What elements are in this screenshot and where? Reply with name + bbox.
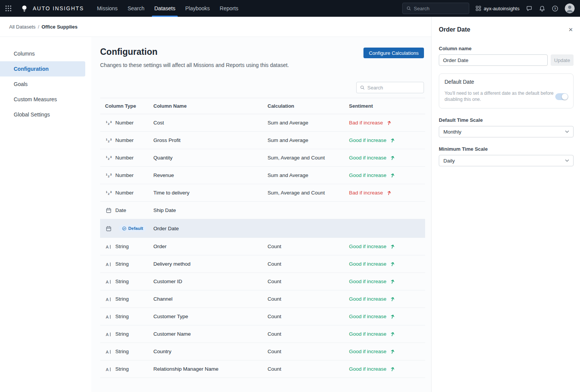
chat-icon[interactable]	[526, 5, 532, 12]
table-row[interactable]: 123	[100, 255, 425, 273]
sentiment-label: Good if increase	[349, 244, 386, 249]
column-type-label: String	[115, 366, 129, 372]
calculation-cell: Count	[268, 343, 349, 360]
column-name-cell: Customer Type	[153, 308, 268, 325]
sidebar-item-label: Custom Measures	[14, 96, 57, 102]
default-time-scale-value: Monthly	[443, 129, 461, 135]
column-name-input[interactable]	[439, 54, 548, 66]
column-type-label: Number	[115, 190, 134, 196]
nav-item[interactable]: Missions	[97, 0, 118, 17]
nav-item[interactable]: Datasets	[154, 0, 175, 17]
sidebar-item-label: Global Settings	[14, 112, 50, 118]
table-row[interactable]: 123	[100, 273, 425, 290]
minimum-time-scale-label: Minimum Time Scale	[439, 146, 574, 152]
trend-up-arrow-icon	[386, 120, 392, 126]
close-icon[interactable]: ×	[568, 25, 574, 34]
table-row[interactable]: 123	[100, 238, 425, 255]
breadcrumb-all-datasets[interactable]: All Datasets	[9, 24, 35, 30]
workspace-switcher[interactable]: ayx-autoinsights	[476, 6, 519, 11]
string-type-icon: A	[105, 261, 112, 267]
calculation-cell	[268, 219, 349, 238]
table-row[interactable]: 123	[100, 360, 425, 378]
svg-text:1: 1	[106, 173, 107, 176]
sentiment-cell: Good if increase	[349, 366, 395, 372]
breadcrumb-separator: /	[38, 24, 39, 30]
chevron-down-icon	[565, 131, 569, 133]
trend-up-arrow-icon	[390, 296, 395, 302]
column-type-label: Number	[115, 155, 134, 161]
svg-text:3: 3	[110, 173, 112, 176]
notifications-bell-icon[interactable]	[539, 5, 545, 12]
svg-text:2: 2	[108, 192, 109, 196]
trend-up-arrow-icon	[390, 366, 395, 372]
nav-item[interactable]: Search	[127, 0, 144, 17]
calculation-cell: Count	[268, 255, 349, 273]
table-row[interactable]: 123	[100, 114, 425, 132]
update-button[interactable]: Update	[551, 54, 574, 66]
default-date-card: Default Date You'll need to set a differ…	[439, 73, 574, 108]
column-name-cell: Order Date	[153, 219, 268, 238]
string-type-icon: A	[105, 331, 112, 337]
sentiment-cell: Good if increase	[349, 349, 395, 354]
sidebar-item[interactable]: Goals	[0, 76, 85, 92]
default-date-title: Default Date	[445, 79, 568, 85]
svg-text:A: A	[106, 332, 109, 336]
sidebar-item[interactable]: Custom Measures	[0, 92, 85, 107]
sidebar-item[interactable]: Columns	[0, 46, 85, 61]
default-date-toggle[interactable]	[555, 93, 568, 100]
sentiment-cell: Good if increase	[349, 155, 395, 161]
brand-title: AUTO INSIGHTS	[33, 5, 84, 11]
svg-text:A: A	[106, 314, 109, 319]
table-row[interactable]: 123	[100, 308, 425, 325]
trend-up-arrow-icon	[390, 349, 395, 354]
column-type-label: String	[115, 349, 129, 354]
column-type-label: String	[115, 279, 129, 284]
topbar-search-input[interactable]	[414, 6, 465, 11]
nav-item[interactable]: Reports	[220, 0, 238, 17]
help-icon[interactable]: ?	[552, 5, 558, 12]
trend-up-arrow-icon	[390, 155, 395, 161]
column-type-label: String	[115, 331, 129, 337]
grid-dots-icon	[5, 5, 12, 12]
table-row[interactable]: 123	[100, 290, 425, 308]
date-type-icon	[105, 207, 112, 213]
calculation-cell: Sum, Average and Count	[268, 184, 349, 202]
breadcrumb-current: Office Supplies	[41, 24, 78, 30]
calculation-cell: Count	[268, 325, 349, 343]
table-row[interactable]: 123	[100, 202, 425, 219]
table-row[interactable]: 123	[100, 343, 425, 360]
table-row[interactable]: 123	[100, 132, 425, 149]
configure-calculations-button[interactable]: Configure Calculations	[363, 48, 424, 58]
svg-text:1: 1	[106, 190, 107, 194]
topbar-search[interactable]	[402, 3, 469, 14]
sidebar-item[interactable]: Configuration	[0, 61, 85, 76]
table-search-input[interactable]	[367, 85, 420, 91]
table-row[interactable]: 123	[100, 219, 425, 238]
sidebar-item[interactable]: Global Settings	[0, 107, 85, 122]
trend-up-arrow-icon	[390, 331, 395, 337]
calculation-cell	[268, 202, 349, 219]
table-row[interactable]: 123	[100, 184, 425, 202]
table-row[interactable]: 123	[100, 325, 425, 343]
table-row[interactable]: 123	[100, 149, 425, 167]
string-type-icon: A	[105, 296, 112, 302]
svg-text:2: 2	[108, 175, 109, 178]
default-time-scale-select[interactable]: Monthly	[439, 126, 574, 137]
sentiment-cell: Good if increase	[349, 314, 395, 319]
avatar[interactable]	[565, 3, 575, 13]
svg-text:A: A	[106, 297, 109, 301]
nav-item[interactable]: Playbooks	[185, 0, 210, 17]
sentiment-cell: Bad if increase	[349, 190, 392, 196]
minimum-time-scale-select[interactable]: Daily	[439, 155, 574, 166]
svg-text:1: 1	[106, 155, 107, 159]
column-name-cell: Ship Date	[153, 202, 268, 219]
column-type-label: String	[115, 261, 129, 267]
column-name-cell: Cost	[153, 114, 268, 132]
account-name: ayx-autoinsights	[484, 6, 519, 11]
sentiment-label: Good if increase	[349, 331, 386, 337]
table-search[interactable]	[356, 82, 424, 93]
sentiment-cell: Good if increase	[349, 244, 395, 249]
app-switcher-icon[interactable]	[5, 5, 12, 12]
sentiment-label: Bad if increase	[349, 190, 383, 196]
table-row[interactable]: 123	[100, 167, 425, 184]
